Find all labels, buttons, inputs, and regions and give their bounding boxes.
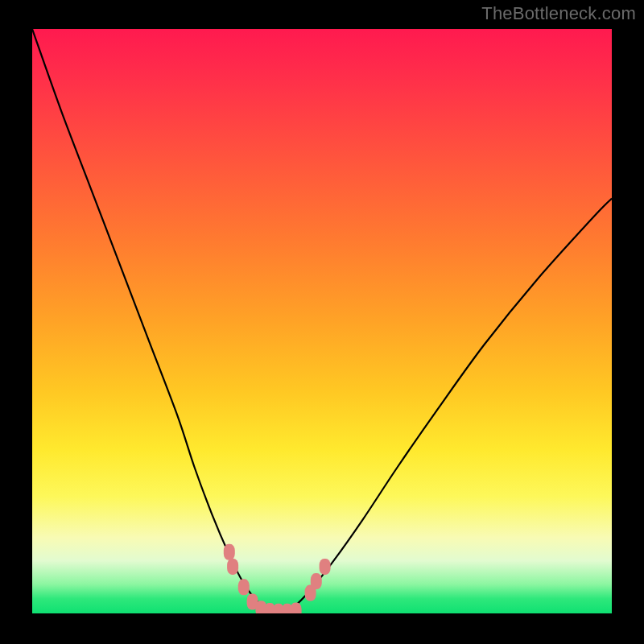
bead-marker xyxy=(320,559,331,575)
chart-frame: TheBottleneck.com xyxy=(0,0,644,644)
bead-marker xyxy=(291,602,302,613)
bead-marker xyxy=(227,559,238,575)
bead-marker xyxy=(311,573,322,589)
watermark-text: TheBottleneck.com xyxy=(481,3,636,24)
bead-marker xyxy=(238,579,250,595)
curves-svg xyxy=(32,29,612,613)
left-curve xyxy=(32,29,275,613)
plot-area xyxy=(32,29,612,613)
bead-marker xyxy=(224,544,235,560)
valley-beads xyxy=(224,544,331,613)
right-curve xyxy=(282,199,612,613)
